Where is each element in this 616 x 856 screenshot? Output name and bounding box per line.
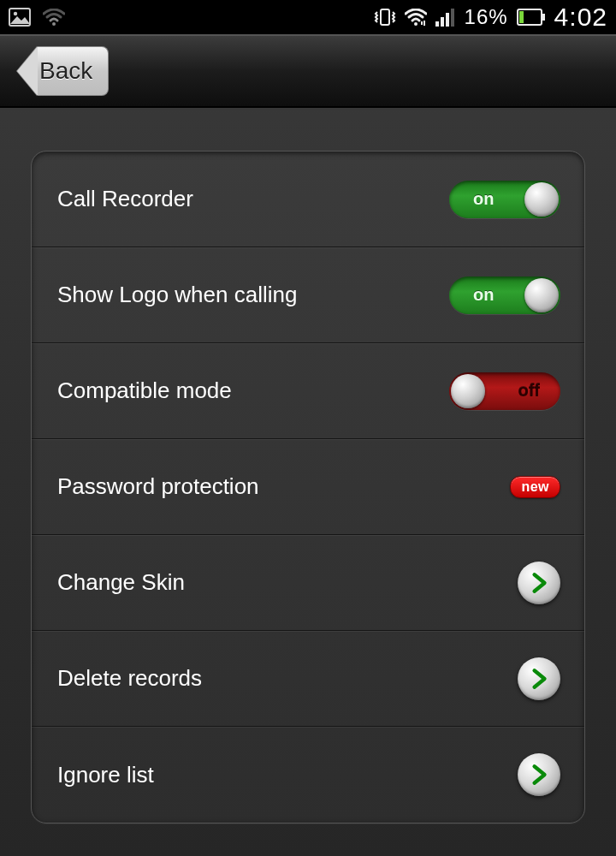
- toggle-compatible-mode[interactable]: off: [449, 372, 560, 410]
- row-change-skin[interactable]: Change Skin: [32, 535, 584, 631]
- toggle-knob: [524, 278, 559, 312]
- row-show-logo[interactable]: Show Logo when calling on: [32, 247, 584, 343]
- new-badge: new: [510, 476, 560, 498]
- row-label: Compatible mode: [57, 377, 449, 404]
- back-button[interactable]: Back: [17, 46, 109, 96]
- toggle-label: on: [473, 285, 494, 305]
- row-label: Delete records: [57, 665, 518, 692]
- wifi-icon: [405, 9, 427, 26]
- row-label: Password protection: [57, 473, 510, 500]
- svg-rect-3: [381, 9, 389, 25]
- row-call-recorder[interactable]: Call Recorder on: [32, 152, 584, 247]
- chevron-right-icon: [528, 572, 550, 594]
- svg-rect-5: [435, 21, 439, 27]
- toggle-label: on: [473, 189, 494, 209]
- nav-bar: Back: [0, 34, 616, 108]
- chevron-right-icon: [528, 668, 550, 690]
- toggle-call-recorder[interactable]: on: [449, 181, 560, 218]
- svg-point-1: [14, 12, 17, 15]
- svg-rect-8: [451, 9, 454, 27]
- vibrate-icon: [374, 7, 396, 27]
- toggle-label: off: [518, 381, 540, 401]
- row-label: Show Logo when calling: [57, 282, 449, 308]
- chevron-right-icon: [528, 764, 550, 786]
- go-button[interactable]: [518, 657, 560, 700]
- back-arrow-icon: [17, 46, 38, 96]
- toggle-knob: [524, 182, 559, 217]
- row-ignore-list[interactable]: Ignore list: [32, 727, 584, 823]
- status-bar: 16% 4:02: [0, 0, 616, 34]
- row-label: Ignore list: [57, 762, 518, 788]
- signal-icon: [435, 8, 456, 27]
- battery-percent: 16%: [465, 5, 508, 29]
- row-delete-records[interactable]: Delete records: [32, 631, 584, 727]
- svg-rect-6: [441, 17, 444, 27]
- gallery-icon: [9, 8, 31, 27]
- battery-icon: [517, 9, 546, 26]
- back-button-label: Back: [38, 46, 109, 96]
- svg-point-4: [414, 22, 418, 26]
- go-button[interactable]: [518, 753, 560, 796]
- row-password-protection[interactable]: Password protection new: [32, 439, 584, 535]
- settings-panel: Call Recorder on Show Logo when calling …: [31, 151, 585, 823]
- wifi-weak-icon: [43, 9, 65, 26]
- svg-rect-7: [446, 13, 449, 27]
- svg-rect-10: [542, 14, 545, 21]
- toggle-show-logo[interactable]: on: [449, 276, 560, 314]
- svg-point-2: [52, 22, 56, 26]
- svg-rect-11: [519, 11, 524, 23]
- row-label: Call Recorder: [57, 186, 449, 212]
- toggle-knob: [451, 374, 485, 408]
- status-left: [9, 8, 65, 27]
- status-clock: 4:02: [554, 3, 607, 32]
- row-compatible-mode[interactable]: Compatible mode off: [32, 343, 584, 439]
- row-label: Change Skin: [57, 569, 518, 596]
- status-right: 16% 4:02: [374, 3, 607, 32]
- go-button[interactable]: [518, 562, 560, 604]
